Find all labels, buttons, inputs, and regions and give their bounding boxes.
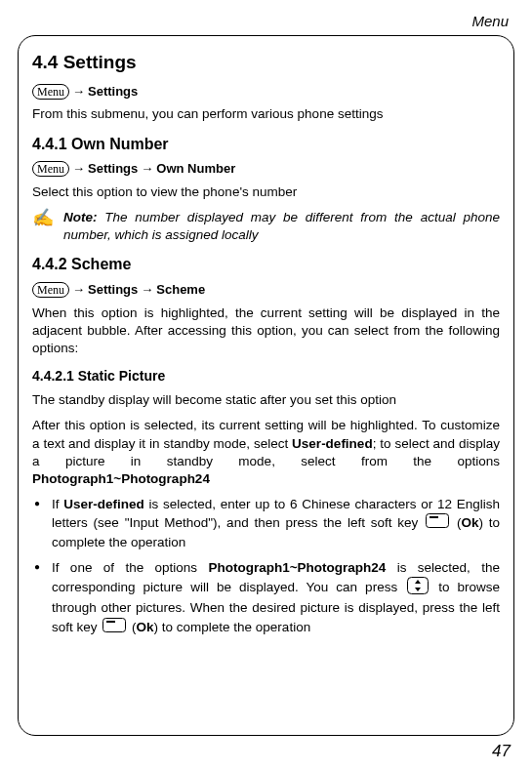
content-frame: 4.4 Settings Menu → Settings From this s… [18, 35, 514, 736]
breadcrumb-own-number: Menu → Settings → Own Number [32, 160, 500, 178]
bullet-text: If one of the options Photograph1~Photog… [52, 559, 500, 637]
bullet-list: ● If User-defined is selected, enter up … [32, 496, 500, 637]
arrow-icon: → [71, 281, 86, 299]
left-soft-key-icon [102, 618, 126, 637]
static-picture-p2: After this option is selected, its curre… [32, 417, 500, 488]
menu-icon: Menu [32, 282, 69, 298]
page-header: Menu [18, 12, 514, 31]
nav-scheme: Scheme [156, 281, 205, 299]
note-body: The number displayed may be different fr… [63, 210, 500, 242]
arrow-icon: → [71, 160, 86, 178]
header-section: Menu [471, 13, 509, 29]
breadcrumb-scheme: Menu → Settings → Scheme [32, 281, 500, 299]
left-soft-key-icon [426, 513, 449, 533]
arrow-icon: → [140, 281, 154, 299]
nav-settings: Settings [88, 83, 138, 101]
arrow-icon: → [140, 160, 154, 178]
note-label: Note: [63, 210, 98, 224]
arrow-icon: → [71, 83, 86, 101]
svg-rect-0 [427, 514, 449, 528]
list-item: ● If one of the options Photograph1~Phot… [32, 559, 500, 637]
settings-intro: From this submenu, you can perform vario… [32, 105, 500, 123]
menu-icon: Menu [32, 84, 69, 100]
static-picture-p1: The standby display will become static a… [32, 391, 500, 409]
note-text: Note: The number displayed may be differ… [63, 209, 500, 244]
note-icon: ✍ [32, 209, 54, 226]
nav-settings: Settings [88, 160, 138, 178]
heading-4-4-2-1: 4.4.2.1 Static Picture [32, 367, 500, 386]
scheme-intro: When this option is highlighted, the cur… [32, 304, 500, 358]
heading-4-4-2: 4.4.2 Scheme [32, 254, 500, 275]
breadcrumb-settings: Menu → Settings [32, 83, 500, 101]
note-block: ✍ Note: The number displayed may be diff… [32, 209, 500, 244]
list-item: ● If User-defined is selected, enter up … [32, 496, 500, 551]
own-number-intro: Select this option to view the phone's n… [32, 183, 500, 201]
page-number: 47 [492, 741, 511, 763]
bullet-icon: ● [32, 559, 42, 637]
heading-4-4-1: 4.4.1 Own Number [32, 134, 500, 155]
svg-rect-5 [103, 618, 126, 631]
heading-4-4: 4.4 Settings [32, 50, 500, 75]
menu-icon: Menu [32, 161, 69, 177]
nav-settings: Settings [88, 281, 138, 299]
nav-own-number: Own Number [156, 160, 235, 178]
bullet-text: If User-defined is selected, enter up to… [52, 496, 500, 551]
nav-key-icon [407, 577, 429, 599]
bullet-icon: ● [32, 496, 42, 551]
